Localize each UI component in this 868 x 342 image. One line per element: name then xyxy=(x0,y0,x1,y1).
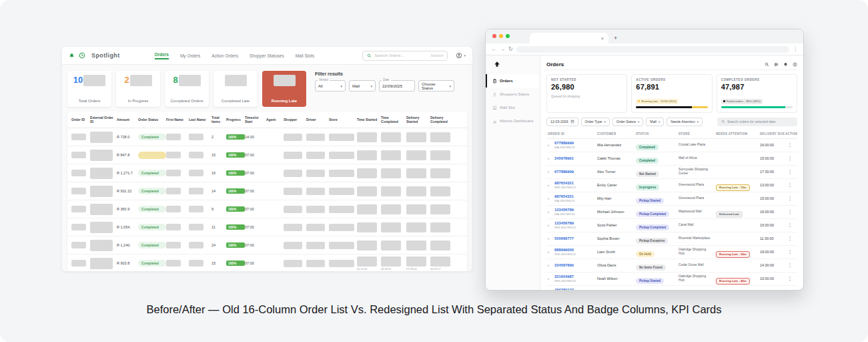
expand-row-icon[interactable]: › xyxy=(548,236,554,240)
table-row[interactable]: R 931.22Completed14100%07:00 xyxy=(67,182,467,200)
zoom-window-button[interactable] xyxy=(506,34,510,38)
column-header-delivery-due[interactable]: DELIVERY DUE xyxy=(760,132,785,136)
row-actions-icon[interactable]: ⋮ xyxy=(785,263,795,268)
column-header-driver[interactable]: Driver xyxy=(306,118,329,122)
filter-select-order-status[interactable]: Order Status▾ xyxy=(612,118,644,126)
tab-action-orders[interactable]: Action Orders xyxy=(211,53,238,58)
close-window-button[interactable] xyxy=(492,34,496,38)
order-id-link[interactable]: 345678901 xyxy=(554,156,597,161)
column-header-customer[interactable]: CUSTOMER xyxy=(597,132,636,136)
column-header-progress[interactable]: Progress xyxy=(226,118,245,122)
sidebar-item-metrics-dashboard[interactable]: Metrics Dashboard xyxy=(486,114,540,128)
order-row[interactable]: ›555666777Sophia BrownPickup ExceptionRi… xyxy=(546,232,797,246)
table-row[interactable]: R 847.815100%07:00 xyxy=(67,146,467,164)
order-row[interactable]: ›677889999WA-436789123Mia HernandezCompl… xyxy=(546,139,797,152)
order-row[interactable]: ›677889999Alex TurnerNot StartedSunnyval… xyxy=(546,166,797,179)
expand-row-icon[interactable]: › xyxy=(548,183,554,187)
table-row[interactable]: R 903.8Completed15100%07:0005:10:4106:28… xyxy=(67,254,467,271)
expand-row-icon[interactable]: › xyxy=(548,277,554,281)
kpi-card-in-progress[interactable]: 2In Progress xyxy=(116,71,160,107)
sidebar-item-shoppers-status[interactable]: Shoppers Status xyxy=(486,88,540,101)
browser-menu-icon[interactable]: ⋮ xyxy=(793,47,798,52)
row-actions-icon[interactable]: ⋮ xyxy=(785,249,795,254)
sidebar-item-mall-slot[interactable]: Mall Slot xyxy=(486,101,540,114)
filter-select-order-type[interactable]: Order Type▾ xyxy=(581,118,610,126)
order-id-link[interactable]: 677889999 xyxy=(554,170,597,174)
kpi-card-completed-orders[interactable]: COMPLETED ORDERS47,987Failed orders - 95… xyxy=(717,74,797,113)
search-box[interactable]: Search Orders... Search xyxy=(362,51,448,61)
row-actions-icon[interactable]: ⋮ xyxy=(785,196,795,201)
sidebar-item-orders[interactable]: Orders xyxy=(486,74,540,88)
column-header-order-id[interactable]: Order ID xyxy=(71,118,90,122)
order-id-link[interactable]: 987654321 xyxy=(554,194,597,199)
order-row[interactable]: ›321654987WW-456789126Noah WilsonPickup … xyxy=(546,273,797,286)
app-logo-icon[interactable] xyxy=(494,61,500,67)
column-header-total-items[interactable]: Total Items xyxy=(211,116,226,124)
reload-icon[interactable]: ↻ xyxy=(508,47,513,52)
expand-row-icon[interactable]: › xyxy=(548,196,554,200)
row-actions-icon[interactable]: ⋮ xyxy=(785,142,795,148)
expand-row-icon[interactable]: › xyxy=(548,156,554,160)
column-header-delivery-started[interactable]: Delivery Started xyxy=(406,116,430,124)
filter-mall[interactable]: Mall▾ xyxy=(349,80,376,92)
order-row[interactable]: ›888999000WW-456789125Liam SmithOn HoldO… xyxy=(546,246,797,259)
column-header-store[interactable]: STORE xyxy=(679,132,716,136)
kpi-card-completed-orders[interactable]: 8Completed Orders xyxy=(165,71,209,107)
column-header-time-completed[interactable]: Time Completed xyxy=(381,116,406,124)
sliders-icon[interactable] xyxy=(774,62,779,67)
table-row[interactable]: R 350.9Completed9100%07:00 xyxy=(67,200,467,218)
column-header-time-started[interactable]: Time Started xyxy=(357,118,381,122)
filter-choose-status[interactable]: Choose Status▾ xyxy=(418,80,454,92)
row-actions-icon[interactable]: ⋮ xyxy=(785,236,795,241)
order-row[interactable]: ›123456789WW-456789123Scott ParkerPickup… xyxy=(546,219,797,232)
expand-row-icon[interactable]: › xyxy=(548,143,554,147)
kpi-card-completed-late[interactable]: Completed Late xyxy=(213,71,258,107)
column-header-needs-attention[interactable]: NEEDS ATTENTION xyxy=(716,132,760,136)
column-header-store[interactable]: Store xyxy=(329,118,357,122)
forward-icon[interactable]: → xyxy=(500,47,505,52)
kpi-card-active-orders[interactable]: ACTIVE ORDERS67,891Running late - 21/34 … xyxy=(631,74,712,113)
bell-icon[interactable] xyxy=(783,62,788,67)
row-actions-icon[interactable]: ⋮ xyxy=(785,289,795,290)
row-actions-icon[interactable]: ⋮ xyxy=(785,209,795,214)
expand-row-icon[interactable]: › xyxy=(548,250,554,254)
expand-row-icon[interactable]: › xyxy=(548,263,554,267)
new-tab-button[interactable]: + xyxy=(614,35,617,41)
row-actions-icon[interactable]: ⋮ xyxy=(785,156,795,161)
order-row[interactable]: ›987654321WW-456789123Emily CarterIn-pro… xyxy=(546,179,797,192)
tab-shopper-statuses[interactable]: Shopper Statuses xyxy=(250,53,284,58)
tab-close-icon[interactable]: × xyxy=(601,36,604,41)
order-row[interactable]: ›234567890Olivia DavisNo Items FoundCeda… xyxy=(546,259,797,273)
browser-tab[interactable]: × xyxy=(530,33,608,43)
kpi-card-total-orders[interactable]: 10Total Orders xyxy=(67,71,111,107)
order-row[interactable]: ›987654321WA-436789123Mily HartPickup St… xyxy=(546,192,797,206)
order-id-link[interactable]: 123456789 xyxy=(554,221,597,226)
back-icon[interactable]: ← xyxy=(491,47,496,52)
order-id-link[interactable]: 123456789 xyxy=(554,208,597,212)
expand-row-icon[interactable]: › xyxy=(548,210,554,214)
expand-row-icon[interactable]: › xyxy=(548,170,554,174)
order-id-link[interactable]: 456789123 xyxy=(554,288,597,290)
address-bar[interactable] xyxy=(516,46,789,53)
user-icon[interactable] xyxy=(793,62,797,67)
column-header-delivery-completed[interactable]: Delivery Completed xyxy=(430,116,457,124)
column-header-order-status[interactable]: Order Status xyxy=(138,118,166,122)
order-row[interactable]: ›123456789WA-456789124Michael JohnsonPic… xyxy=(546,206,797,219)
orders-search-input[interactable]: Search orders for selected date xyxy=(717,118,797,126)
table-row[interactable]: R 1,240.Completed24100%07:00 xyxy=(67,236,467,254)
column-header-last-name[interactable]: Last Name xyxy=(189,118,211,122)
column-header-order-id[interactable]: ORDER ID xyxy=(548,132,597,136)
user-menu[interactable]: ▾ xyxy=(456,52,466,59)
table-row[interactable]: R 1,054.Completed11100%07:00 xyxy=(67,218,467,236)
row-actions-icon[interactable]: ⋮ xyxy=(785,222,795,228)
row-actions-icon[interactable]: ⋮ xyxy=(785,169,795,174)
filter-select-needs-attention[interactable]: Needs Attention▾ xyxy=(667,118,703,126)
tab-mall-slots[interactable]: Mall Slots xyxy=(296,53,314,58)
column-header-action[interactable]: ACTION xyxy=(785,132,795,136)
column-header-agent[interactable]: Agent xyxy=(266,118,284,122)
column-header-status[interactable]: STATUS xyxy=(636,132,679,136)
search-icon[interactable] xyxy=(765,62,769,67)
table-row[interactable]: R 1,271.7Completed15100%07:00 xyxy=(67,164,467,182)
order-row[interactable]: ›456789123WW-456789127Ava MartinezCancel… xyxy=(546,286,797,291)
order-row[interactable]: ›345678901Caleb ThomasCompletedMall of A… xyxy=(546,152,797,166)
